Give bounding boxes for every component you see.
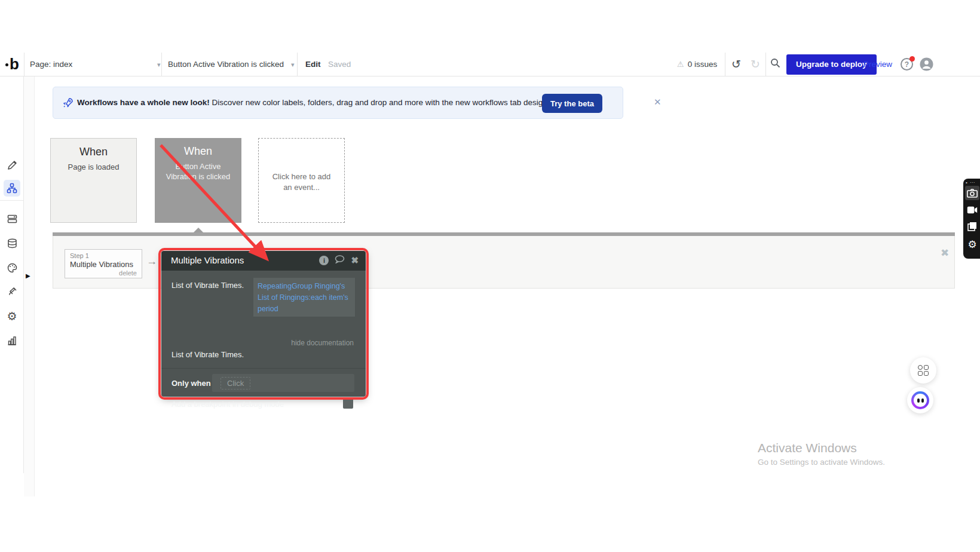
action-properties-popup: Multiple Vibrations i ✖ List of Vibrate …	[161, 251, 366, 397]
chevron-down-icon: ▾	[157, 53, 161, 76]
info-icon[interactable]: i	[319, 256, 329, 265]
edit-mode-label[interactable]: Edit	[305, 53, 321, 76]
popup-title: Multiple Vibrations	[171, 255, 244, 265]
top-toolbar: b Page: index ▾ Button Active Vibration …	[0, 53, 980, 76]
step-number-label: Step 1	[70, 252, 137, 259]
comment-icon[interactable]	[335, 255, 345, 266]
capture-settings-gear-icon[interactable]: ⚙	[965, 237, 979, 252]
widgets-grid-button[interactable]	[910, 357, 936, 384]
issues-count: 0 issues	[688, 60, 718, 69]
event-card-title: When	[155, 145, 241, 158]
divider	[0, 200, 23, 201]
page-selector-label: Page: index	[30, 60, 72, 69]
page-selector-dropdown[interactable]: Page: index ▾	[30, 53, 161, 76]
vibrate-times-caption: List of Vibrate Times.	[172, 350, 244, 359]
panel-close-icon[interactable]: ✖	[941, 247, 949, 259]
undo-icon[interactable]: ↺	[729, 57, 743, 72]
collapse-arrow-icon[interactable]: ▶	[26, 272, 30, 279]
layers-copy-icon[interactable]	[965, 219, 979, 234]
user-avatar[interactable]	[919, 57, 933, 72]
event-card-button-clicked-selected[interactable]: When Button Active Vibration is clicked	[155, 138, 241, 223]
warning-icon: ⚠	[677, 60, 684, 69]
activate-windows-text: Activate Windows	[758, 441, 857, 455]
banner-message: Workflows have a whole new look! Discove…	[77, 98, 550, 107]
settings-tab-gear-icon[interactable]: ⚙	[4, 308, 20, 324]
logs-tab-chart-icon[interactable]	[4, 332, 20, 349]
rocket-icon	[63, 97, 74, 111]
only-when-placeholder: Click	[220, 377, 250, 390]
search-icon[interactable]	[768, 57, 782, 72]
hide-documentation-link[interactable]: hide documentation	[291, 339, 354, 347]
svg-text:?: ?	[904, 60, 908, 69]
screen-capture-toolbar: • ⋯ ⚙	[963, 179, 980, 259]
selected-event-pointer	[194, 228, 203, 232]
camera-icon[interactable]	[965, 186, 979, 200]
left-sidebar: ⚙	[0, 76, 24, 473]
styles-tab-palette-icon[interactable]	[4, 259, 20, 276]
only-when-label: Only when	[172, 379, 211, 388]
popup-body: List of Vibrate Times. RepeatingGroup Ri…	[161, 271, 366, 397]
data-tab-database-icon[interactable]	[4, 235, 20, 252]
event-card-subtitle: Page is loaded	[51, 162, 136, 172]
try-the-beta-button[interactable]: Try the beta	[542, 94, 602, 113]
chevron-down-icon: ▾	[291, 61, 295, 68]
dynamic-expression-text: RepeatingGroup Ringing's List of Ringing…	[258, 282, 348, 313]
add-event-label: Click here to add an event...	[259, 171, 344, 193]
ai-assistant-button[interactable]	[907, 387, 933, 413]
step-title: Multiple Vibrations	[70, 260, 137, 269]
popup-header[interactable]: Multiple Vibrations i ✖	[161, 251, 366, 271]
breakpoint-checkbox[interactable]	[343, 398, 353, 409]
event-selector-label: Button Active Vibration is clicked	[168, 60, 284, 69]
step-1-card[interactable]: Step 1 Multiple Vibrations delete	[65, 249, 142, 278]
banner-headline: Workflows have a whole new look!	[77, 98, 210, 107]
save-status: Saved	[328, 53, 351, 76]
step-delete-link[interactable]: delete	[70, 269, 137, 277]
event-card-subtitle: Button Active Vibration is clicked	[155, 161, 241, 182]
ai-assistant-icon	[911, 391, 929, 409]
step-arrow-icon: →	[146, 255, 157, 268]
event-card-title: When	[51, 146, 136, 158]
divider	[24, 53, 24, 76]
breakpoint-label: Add a breakpoint in debug mode	[172, 400, 284, 409]
redo-icon[interactable]: ↻	[748, 57, 762, 72]
canvas-gutter: ▶	[24, 76, 35, 496]
video-camera-icon[interactable]	[965, 203, 979, 217]
workflow-tab-sitemap-icon[interactable]	[4, 180, 20, 197]
divider	[297, 53, 298, 76]
design-tab-pencil-icon[interactable]	[4, 157, 20, 173]
divider	[161, 53, 162, 76]
add-event-placeholder-card[interactable]: Click here to add an event...	[258, 138, 345, 223]
issues-indicator[interactable]: ⚠0 issues	[677, 53, 717, 76]
banner-body-text: Discover new color labels, folders, drag…	[210, 98, 550, 107]
popup-close-icon[interactable]: ✖	[351, 255, 359, 266]
notification-badge	[909, 56, 915, 62]
capture-menu-dots[interactable]: • ⋯	[966, 180, 975, 185]
help-icon[interactable]: ?	[899, 57, 914, 72]
divider	[725, 53, 725, 76]
divider	[161, 368, 366, 369]
bubble-logo-icon[interactable]: b	[6, 55, 24, 74]
vibrate-times-label: List of Vibrate Times.	[172, 281, 244, 290]
only-when-input[interactable]: Click	[212, 374, 354, 392]
event-card-page-loaded[interactable]: When Page is loaded	[50, 138, 137, 223]
plugins-tab-plug-icon[interactable]	[4, 283, 20, 300]
workflow-beta-banner: Workflows have a whole new look! Discove…	[53, 87, 623, 119]
activate-windows-subtext: Go to Settings to activate Windows.	[758, 458, 885, 467]
banner-close-icon[interactable]: ✕	[654, 97, 662, 108]
preview-link[interactable]: Preview	[863, 53, 892, 76]
grid-icon	[918, 365, 929, 376]
upgrade-to-deploy-button[interactable]: Upgrade to deploy	[786, 54, 877, 75]
bubble-workflow-editor: b Page: index ▾ Button Active Vibration …	[0, 0, 980, 552]
vibrate-times-value[interactable]: RepeatingGroup Ringing's List of Ringing…	[253, 278, 355, 317]
divider	[765, 53, 766, 76]
backend-rows-icon[interactable]	[4, 210, 20, 227]
event-selector-dropdown[interactable]: Button Active Vibration is clicked ▾	[168, 53, 297, 76]
